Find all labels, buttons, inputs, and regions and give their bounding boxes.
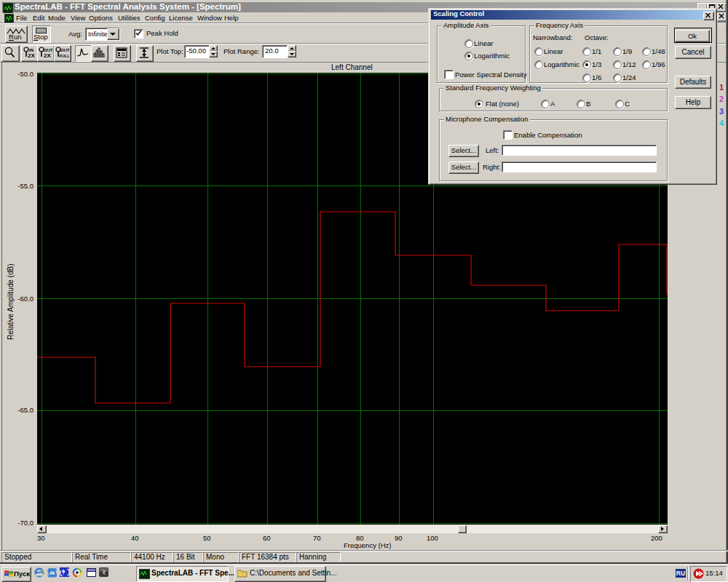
svg-text:2X: 2X — [28, 52, 35, 59]
svg-text:2X: 2X — [44, 52, 51, 59]
svg-text:OUT: OUT — [60, 48, 69, 52]
svg-text:FULL: FULL — [60, 54, 70, 58]
